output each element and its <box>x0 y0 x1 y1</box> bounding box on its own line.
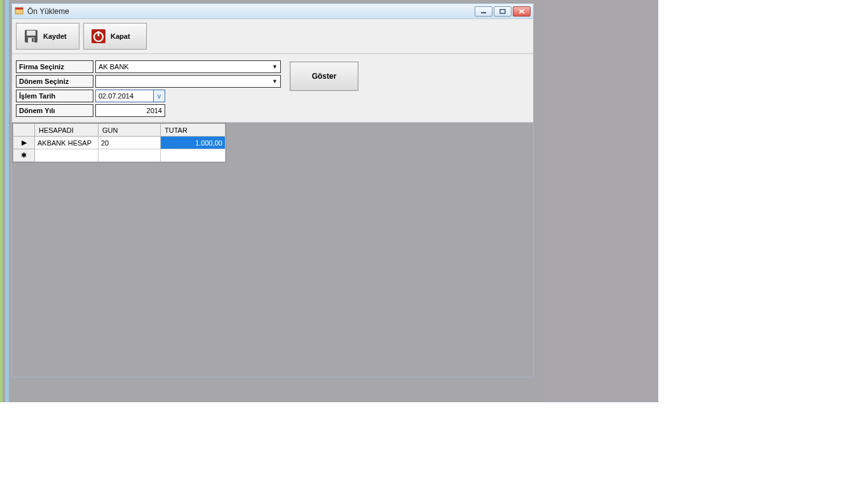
svg-rect-9 <box>32 38 34 42</box>
cell-empty[interactable] <box>98 149 161 162</box>
table-row[interactable]: ▶ AKBANK HESAP 20 1.000,00 <box>13 137 226 149</box>
filter-form: Firma Seçiniz AK BANK ▼ Dönem Seçiniz ▼ … <box>12 54 533 123</box>
window-title: Ön Yükleme <box>27 7 475 16</box>
chevron-down-icon: ▼ <box>272 78 278 85</box>
dropdown-v-icon: v <box>158 93 161 100</box>
firma-label: Firma Seçiniz <box>16 60 93 73</box>
donem-combo[interactable]: ▼ <box>95 75 281 88</box>
col-hesapadi[interactable]: HESAPADI <box>35 124 98 137</box>
minimize-button[interactable] <box>475 6 492 17</box>
donem-label: Dönem Seçiniz <box>16 75 93 88</box>
col-tutar[interactable]: TUTAR <box>161 124 226 137</box>
svg-rect-7 <box>27 30 36 36</box>
save-icon <box>23 28 39 44</box>
save-button-label: Kaydet <box>43 32 67 40</box>
grid-panel: HESAPADI GUN TUTAR ▶ AKBANK HESAP 20 1.0… <box>12 123 533 377</box>
toolbar: Kaydet Kapat <box>12 19 533 54</box>
islem-tarih-field[interactable]: 02.07.2014 <box>95 90 154 102</box>
table-row-new[interactable]: ✱ <box>13 149 226 162</box>
date-picker-button[interactable]: v <box>154 90 165 102</box>
row-indicator-current[interactable]: ▶ <box>13 137 35 149</box>
row-header-corner[interactable] <box>13 124 35 137</box>
form-icon <box>15 7 24 16</box>
donem-yili-label: Dönem Yılı <box>16 104 93 117</box>
cell-empty[interactable] <box>35 149 98 162</box>
parent-right-panel <box>543 0 658 402</box>
cell-hesapadi[interactable]: AKBANK HESAP <box>35 137 98 149</box>
close-window-button[interactable] <box>513 6 531 17</box>
firma-combo[interactable]: AK BANK ▼ <box>95 60 281 73</box>
donem-yili-value: 2014 <box>147 107 162 114</box>
power-icon <box>90 28 107 44</box>
close-button-label: Kapat <box>111 32 130 40</box>
donem-yili-field[interactable]: 2014 <box>95 104 165 117</box>
close-button[interactable]: Kapat <box>83 23 147 50</box>
svg-rect-1 <box>15 8 23 10</box>
chevron-down-icon: ▼ <box>272 64 278 70</box>
row-indicator-new[interactable]: ✱ <box>13 149 35 162</box>
maximize-button[interactable] <box>494 6 512 17</box>
save-button[interactable]: Kaydet <box>16 23 79 50</box>
islem-tarih-label: İşlem Tarih <box>16 90 93 102</box>
svg-rect-3 <box>500 10 505 13</box>
goster-label: Göster <box>312 72 337 81</box>
cell-empty[interactable] <box>161 149 226 162</box>
col-gun[interactable]: GUN <box>98 124 161 137</box>
cell-tutar[interactable]: 1.000,00 <box>161 137 226 149</box>
firma-value: AK BANK <box>98 63 129 71</box>
titlebar[interactable]: Ön Yükleme <box>12 4 533 19</box>
goster-button[interactable]: Göster <box>290 62 358 91</box>
data-grid[interactable]: HESAPADI GUN TUTAR ▶ AKBANK HESAP 20 1.0… <box>12 123 226 163</box>
cell-gun[interactable]: 20 <box>98 137 161 149</box>
preload-window: Ön Yükleme Kaydet <box>11 3 534 377</box>
islem-tarih-value: 02.07.2014 <box>98 92 133 100</box>
